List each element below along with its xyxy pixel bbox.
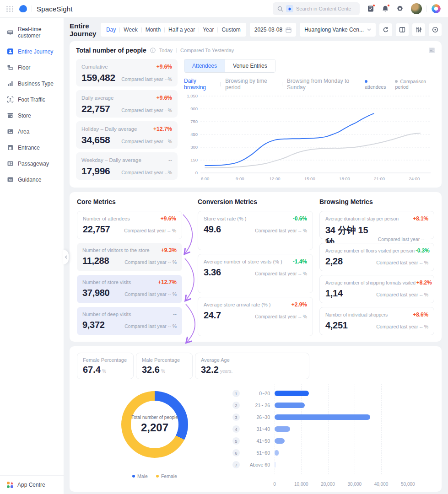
legend-dot (395, 80, 398, 83)
attendees-line-chart[interactable]: 01503004507509001,0506:009:0012:0015:001… (184, 92, 433, 183)
tab-venue-entries[interactable]: Venue Entries (225, 59, 275, 72)
brand-logo-icon[interactable] (19, 5, 27, 12)
date-picker[interactable]: 2025-03-08 (250, 23, 296, 37)
sidebar-item-foot-traffic[interactable]: Foot Traffic (0, 91, 64, 107)
metric-label: Average number of store visits (% ) (204, 259, 282, 264)
sidebar-item-area[interactable]: Area (0, 124, 64, 140)
stat-tile-daily-average[interactable]: Daily average+9.6% 22,757Compared last y… (76, 90, 178, 118)
stat-compare: Compared last year --% (121, 76, 172, 82)
range-half-year[interactable]: Half a year (165, 27, 199, 33)
gradient-logo-icon[interactable] (432, 4, 441, 13)
stat-tile-holiday-average[interactable]: Holiday – Daily average+12.7% 34,658Comp… (76, 121, 178, 149)
app-centre-label: App Centre (17, 482, 45, 488)
stat-label: Daily average (81, 95, 113, 101)
metric-label: Number of individual shoppers (325, 312, 388, 317)
sidebar-item-real-time-customer[interactable]: Real-time customer (0, 21, 64, 43)
metric-delta: +8.2% (416, 279, 432, 286)
legend-male[interactable]: Male (132, 473, 148, 479)
age-bar[interactable] (275, 414, 370, 420)
metric-average-store-visits[interactable]: Average number of store visits (% )-1.4%… (198, 254, 313, 293)
demo-label: Average Age (201, 357, 303, 363)
range-month[interactable]: Month (142, 27, 164, 33)
layout-columns-button[interactable] (396, 23, 409, 36)
tab-attendees[interactable]: Attendees (184, 59, 225, 72)
age-bar[interactable] (275, 438, 285, 444)
overview-card: Total number of people Today Compared To… (70, 41, 442, 188)
metric-label: Store visit rate (% ) (204, 216, 247, 221)
sidebar-item-business-type[interactable]: Business Type (0, 75, 64, 91)
metric-value: 24.7 (204, 310, 221, 321)
age-bar-row: 1 0~20 (232, 387, 434, 399)
search-box[interactable]: ◆ (273, 2, 360, 15)
metric-floors-visited[interactable]: Average number of floors visited per per… (319, 243, 434, 271)
age-bar[interactable] (275, 426, 290, 432)
legend-dot (156, 475, 159, 478)
monitor-icon (7, 29, 14, 36)
sidebar-item-entire-journey[interactable]: Entire Journey (0, 43, 64, 59)
age-bar[interactable] (275, 462, 275, 467)
notifications-bell-icon[interactable] (382, 5, 389, 12)
chevron-down-icon (367, 28, 371, 31)
metric-compare: Compared last year -- % (124, 259, 177, 265)
range-week[interactable]: Week (120, 27, 141, 33)
age-bar[interactable] (275, 450, 279, 456)
search-input[interactable] (296, 6, 351, 11)
metric-duration-of-stay[interactable]: Average duration of stay per person+8.1%… (319, 211, 434, 239)
avatar[interactable] (411, 3, 422, 14)
business-type-icon (7, 80, 14, 87)
average-age-card[interactable]: Average Age 32.2years. (195, 353, 309, 379)
rank-badge: 2 (232, 402, 240, 409)
apps-grid-icon[interactable] (6, 6, 14, 12)
sidebar-item-passageway[interactable]: Passageway (0, 156, 64, 172)
filter-sliders-button[interactable] (412, 23, 425, 36)
sidebar-item-store[interactable]: Store (0, 107, 64, 124)
view-monday-to-sunday[interactable]: Browsing from Monday to Sunday (287, 78, 360, 91)
legend-female[interactable]: Female (156, 473, 177, 479)
target-icon (432, 27, 438, 33)
demo-unit: years. (220, 369, 232, 374)
stat-tile-cumulative[interactable]: Cumulative+9.6% 159,482Compared last yea… (76, 59, 178, 86)
metric-deep-visits[interactable]: Number of deep visits-- 9,372Compared la… (77, 307, 182, 335)
sidebar-item-entrance[interactable]: Entrance (0, 140, 64, 156)
table-view-icon[interactable] (428, 47, 435, 54)
page-toolbar: Entire Journey Day Week Month Half a yea… (64, 18, 448, 41)
venue-select[interactable]: Huanglong Vanke Cen... (300, 23, 376, 37)
metric-store-arrival-rate[interactable]: Average store arrival rate (% )+2.9% 24.… (198, 297, 313, 336)
metric-individual-shoppers[interactable]: Number of individual shoppers+8.6% 4,251… (319, 307, 434, 335)
refresh-button[interactable] (379, 23, 392, 36)
header-divider (32, 5, 32, 12)
view-daily-browsing[interactable]: Daily browsing (184, 78, 216, 91)
tasks-icon[interactable] (367, 5, 374, 12)
sidebar-item-guidance[interactable]: Guidance (0, 172, 64, 188)
metric-compare: Compared last year -- % (255, 271, 307, 276)
range-day[interactable]: Day (103, 27, 119, 33)
settings-gear-icon[interactable] (396, 5, 404, 12)
male-percentage-card[interactable]: Male Percentage 32.6% (136, 353, 193, 379)
legend-attendees[interactable]: attendees (365, 79, 388, 90)
age-bar[interactable] (275, 403, 305, 408)
metric-shopping-formats[interactable]: Average number of shopping formats visit… (319, 275, 434, 303)
metric-store-visit-rate[interactable]: Store visit rate (% )-0.6% 49.6Compared … (198, 211, 313, 250)
info-icon[interactable] (150, 48, 156, 53)
legend-comparison-period[interactable]: Comparison period (395, 79, 435, 90)
metric-store-visits[interactable]: Number of store visits+12.7% 37,980Compa… (77, 275, 182, 303)
metric-delta: -1.4% (293, 258, 307, 265)
age-bar[interactable] (275, 391, 309, 396)
view-by-time-period[interactable]: Browsing by time period (225, 78, 277, 91)
age-distribution-chart[interactable]: 1 0~20 2 21~ 26 3 26~30 4 31~40 (232, 384, 434, 488)
demo-label: Male Percentage (142, 357, 187, 363)
time-range-segmented: Day Week Month Half a year Year Custom (101, 23, 246, 37)
sidebar-item-floor[interactable]: Floor (0, 59, 64, 75)
stat-tile-weekday-average[interactable]: Weekday – Daily average-- 17,996Compared… (76, 152, 178, 180)
app-centre-button[interactable]: App Centre (0, 475, 64, 494)
svg-text:300: 300 (190, 145, 198, 150)
range-custom[interactable]: Custom (218, 27, 244, 33)
range-year[interactable]: Year (199, 27, 217, 33)
demo-value: 32.2 (201, 365, 219, 375)
female-percentage-card[interactable]: Female Percentage 67.4% (77, 353, 134, 379)
metric-attendees[interactable]: Number of attendees+9.6% 22,757Compared … (77, 211, 182, 239)
metric-visitors-to-store[interactable]: Number of visitors to the store+9.3% 11,… (77, 243, 182, 271)
app-header: SpaceSight ◆ (0, 0, 448, 18)
sidebar-item-label: Entrance (18, 145, 40, 151)
target-settings-button[interactable] (429, 23, 442, 36)
